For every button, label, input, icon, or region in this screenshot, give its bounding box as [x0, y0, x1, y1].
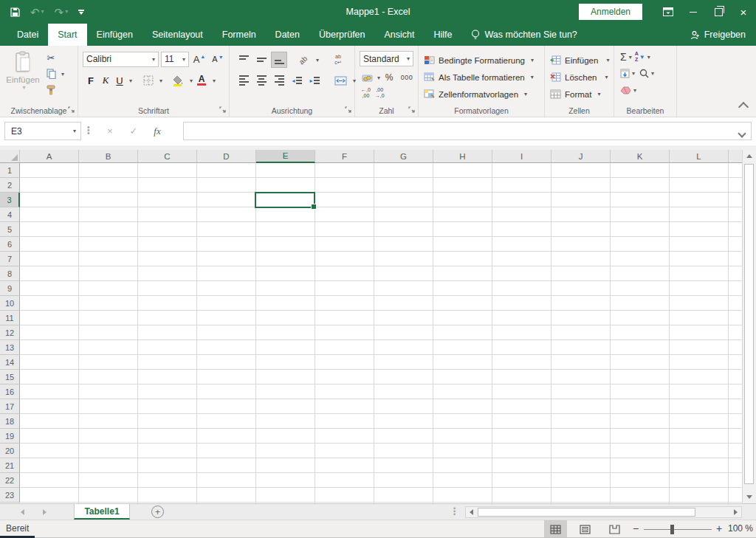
scroll-left-icon[interactable] [466, 507, 477, 517]
row-header-5[interactable]: 5 [0, 222, 20, 237]
font-color-caret-icon[interactable]: ▾ [213, 77, 216, 84]
wrap-text-icon[interactable]: abc↵ [329, 52, 347, 68]
row-header-10[interactable]: 10 [0, 296, 20, 311]
row-header-13[interactable]: 13 [0, 340, 20, 355]
copy-icon[interactable] [43, 66, 59, 81]
next-sheet-icon[interactable] [33, 504, 55, 520]
underline-caret-icon[interactable]: ▾ [129, 77, 132, 84]
row-header-14[interactable]: 14 [0, 355, 20, 370]
number-dialog-launcher-icon[interactable] [408, 106, 416, 114]
number-format-select[interactable]: Standard▾ [360, 51, 413, 66]
row-header-8[interactable]: 8 [0, 266, 20, 281]
row-header-20[interactable]: 20 [0, 444, 20, 458]
font-name-select[interactable]: Calibri▾ [83, 52, 159, 67]
tab-ueberpruefen[interactable]: Überprüfen [309, 24, 375, 46]
row-header-12[interactable]: 12 [0, 325, 20, 340]
accounting-format-icon[interactable] [360, 69, 374, 86]
collapse-ribbon-icon[interactable] [738, 102, 749, 112]
scroll-down-icon[interactable] [743, 491, 756, 503]
align-right-icon[interactable] [271, 72, 287, 89]
row-header-19[interactable]: 19 [0, 429, 20, 444]
save-icon[interactable] [10, 7, 20, 17]
customize-qat-icon[interactable] [78, 10, 84, 15]
redo-icon[interactable]: ↷▾ [55, 7, 69, 18]
horizontal-scrollbar[interactable] [465, 506, 742, 518]
cell-grid[interactable] [20, 163, 742, 503]
insert-cells-button[interactable]: Einfügen▾ [550, 52, 609, 68]
minimize-button[interactable] [681, 0, 706, 24]
italic-button[interactable]: K [99, 72, 112, 89]
scroll-up-icon[interactable] [743, 150, 756, 162]
tab-ansicht[interactable]: Ansicht [375, 24, 425, 46]
row-header-22[interactable]: 22 [0, 473, 20, 488]
row-header-23[interactable]: 23 [0, 488, 20, 503]
percent-style-icon[interactable]: % [381, 69, 397, 86]
row-header-21[interactable]: 21 [0, 458, 20, 473]
row-header-3[interactable]: 3 [0, 193, 20, 207]
row-header-7[interactable]: 7 [0, 252, 20, 266]
column-header-e[interactable]: E [256, 150, 315, 163]
scroll-right-icon[interactable] [730, 507, 741, 517]
orientation-caret-icon[interactable]: ▾ [316, 57, 319, 63]
enter-icon[interactable]: ✓ [123, 122, 145, 140]
select-all-button[interactable] [0, 150, 20, 163]
new-sheet-icon[interactable]: + [151, 506, 164, 518]
copy-caret-icon[interactable]: ▾ [61, 71, 64, 77]
zoom-in-icon[interactable]: + [713, 523, 725, 534]
decrease-font-size-icon[interactable]: A▼ [210, 51, 226, 67]
fill-color-icon[interactable] [170, 72, 186, 89]
cancel-icon[interactable]: × [99, 122, 121, 140]
row-header-1[interactable]: 1 [0, 163, 20, 178]
row-header-15[interactable]: 15 [0, 370, 20, 384]
normal-view-icon[interactable] [544, 520, 567, 538]
row-header-9[interactable]: 9 [0, 281, 20, 296]
borders-icon[interactable] [141, 72, 156, 89]
font-dialog-launcher-icon[interactable] [219, 106, 227, 114]
column-header-partial[interactable] [729, 150, 742, 163]
cell-styles-button[interactable]: Zellenformatvorlagen▾ [424, 86, 527, 102]
cut-icon[interactable]: ✂ [43, 50, 59, 65]
tab-seitenlayout[interactable]: Seitenlayout [142, 24, 213, 46]
row-header-6[interactable]: 6 [0, 237, 20, 252]
column-header-b[interactable]: B [79, 150, 138, 163]
column-header-i[interactable]: I [492, 150, 551, 163]
row-header-16[interactable]: 16 [0, 384, 20, 399]
orientation-icon[interactable]: ab [295, 52, 312, 68]
formula-input[interactable] [183, 122, 752, 140]
align-left-icon[interactable] [236, 72, 252, 89]
column-header-f[interactable]: F [315, 150, 374, 163]
zoom-level[interactable]: 100 % [728, 523, 753, 534]
horizontal-scroll-thumb[interactable] [478, 508, 695, 517]
clipboard-dialog-launcher-icon[interactable] [68, 106, 75, 114]
alignment-dialog-launcher-icon[interactable] [345, 106, 352, 114]
page-break-view-icon[interactable] [603, 520, 626, 538]
row-header-18[interactable]: 18 [0, 414, 20, 429]
share-button[interactable]: Freigeben [690, 24, 746, 46]
merge-center-icon[interactable] [331, 72, 349, 89]
column-header-a[interactable]: A [20, 150, 79, 163]
sign-in-button[interactable]: Anmelden [579, 4, 642, 20]
prev-sheet-icon[interactable] [11, 504, 33, 520]
find-select-icon[interactable]: ▾ [639, 69, 654, 78]
align-bottom-icon[interactable] [271, 52, 287, 68]
increase-indent-icon[interactable]: ▸ [306, 72, 323, 89]
sort-filter-icon[interactable]: AZ ▼ ▾ [635, 51, 650, 62]
tab-start[interactable]: Start [48, 24, 86, 46]
autosum-icon[interactable]: Σ▾ [620, 51, 632, 63]
column-header-d[interactable]: D [197, 150, 256, 163]
delete-cells-button[interactable]: Löschen▾ [550, 69, 608, 85]
column-header-c[interactable]: C [138, 150, 197, 163]
fill-down-icon[interactable]: ▾ [620, 69, 635, 78]
page-layout-view-icon[interactable] [574, 520, 597, 538]
format-as-table-button[interactable]: Als Tabelle formatieren▾ [424, 69, 534, 85]
sheetbar-splitter[interactable]: ••• [453, 507, 456, 516]
clear-eraser-icon[interactable]: ▾ [620, 86, 636, 94]
column-header-k[interactable]: K [611, 150, 670, 163]
paste-button[interactable]: Einfügen ▾ [6, 51, 40, 101]
row-header-2[interactable]: 2 [0, 178, 20, 193]
align-middle-icon[interactable] [253, 52, 269, 68]
column-header-j[interactable]: J [551, 150, 611, 163]
sheet-tab-tabelle1[interactable]: Tabelle1 [74, 504, 130, 520]
restore-button[interactable] [706, 0, 731, 24]
bold-button[interactable]: F [84, 72, 97, 89]
